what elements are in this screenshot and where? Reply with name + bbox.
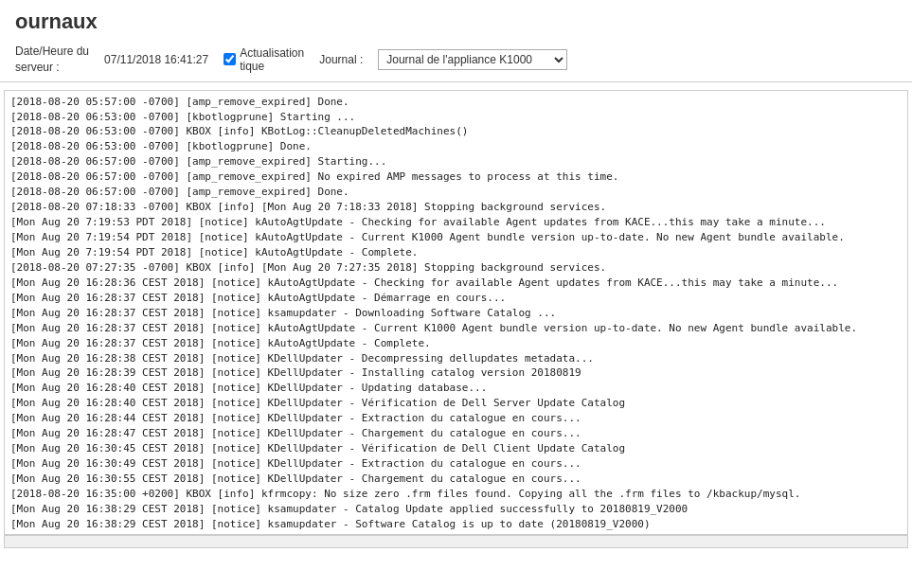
log-container: [2018-08-20 05:57:00 -0700] [amp_remove_… — [0, 90, 912, 548]
refresh-label: Actualisation tique — [240, 46, 304, 73]
journal-select-group[interactable]: Journal de l'appliance K1000 — [378, 49, 567, 70]
refresh-checkbox-group[interactable]: Actualisation tique — [224, 46, 304, 73]
scroll-bottom-bar[interactable] — [4, 535, 908, 548]
refresh-checkbox[interactable] — [224, 53, 236, 65]
log-scroll-area[interactable]: [2018-08-20 05:57:00 -0700] [amp_remove_… — [4, 90, 908, 535]
journal-select[interactable]: Journal de l'appliance K1000 — [378, 49, 567, 70]
server-date-group: Date/Heure du serveur : — [15, 44, 89, 76]
server-date-label: Date/Heure du serveur : — [15, 44, 89, 76]
server-date-value: 07/11/2018 16:41:27 — [104, 53, 208, 66]
refresh-group: Actualisation tique — [224, 46, 304, 73]
page-header: ournaux Date/Heure du serveur : 07/11/20… — [0, 0, 912, 82]
page-container: ournaux Date/Heure du serveur : 07/11/20… — [0, 0, 912, 588]
journal-group: Journal : — [319, 53, 363, 66]
page-title: ournaux — [15, 9, 897, 34]
scroll-bottom-inner — [5, 536, 907, 547]
server-date-value-group: 07/11/2018 16:41:27 — [104, 53, 208, 66]
journal-label: Journal : — [319, 53, 363, 66]
controls-row: Date/Heure du serveur : 07/11/2018 16:41… — [15, 44, 897, 76]
